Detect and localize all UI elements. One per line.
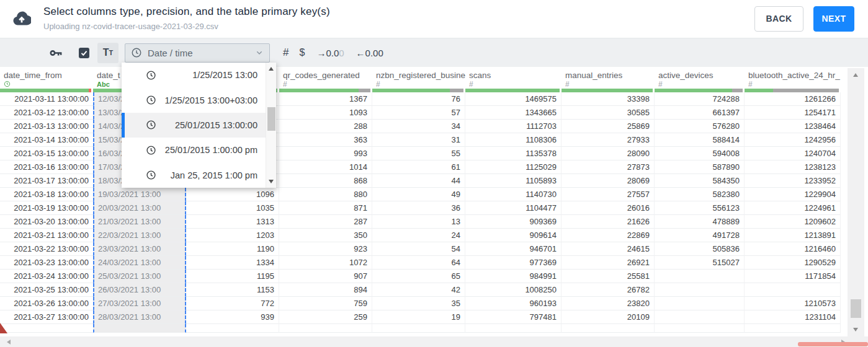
table-cell[interactable] [655,283,745,297]
decrease-decimals-button[interactable]: ←0.00 [356,48,383,58]
table-cell[interactable]: 21/03/2021 13:00 [93,215,186,229]
table-cell[interactable]: 65 [372,270,465,283]
table-cell[interactable]: 13 [372,215,465,229]
table-cell[interactable]: 1140730 [465,188,562,201]
table-cell[interactable]: 2021-03-22 13:00:00 [0,242,93,256]
table-cell[interactable]: 2021-03-16 13:00:00 [0,160,93,174]
table-cell[interactable]: 1190 [186,242,279,256]
table-cell[interactable]: 1233952 [745,174,841,188]
table-cell[interactable]: 491728 [655,229,745,242]
table-cell[interactable]: 584350 [655,174,745,188]
table-cell[interactable]: 259 [279,310,372,324]
table-cell[interactable]: 1254171 [745,106,841,120]
table-cell[interactable]: 1195 [186,270,279,283]
table-cell[interactable]: 1213891 [745,229,841,242]
table-cell[interactable]: 478889 [655,215,745,229]
table-cell[interactable]: 31 [372,133,465,147]
table-cell[interactable]: 27/03/2021 13:00 [93,297,186,310]
table-cell[interactable]: 880 [279,188,372,201]
table-cell[interactable]: 49 [372,188,465,201]
table-cell[interactable]: 556123 [655,201,745,215]
table-cell[interactable]: 2021-03-15 13:00:00 [0,147,93,160]
table-cell[interactable]: 28/03/2021 13:00 [93,310,186,324]
column-header-active_devices[interactable]: active_devices# [655,67,745,92]
table-cell[interactable]: 977369 [465,256,562,270]
number-type-button[interactable]: # [283,46,289,59]
column-header-scans[interactable]: scans# [465,67,562,92]
table-cell[interactable]: 25869 [562,120,655,133]
table-cell[interactable]: 1035 [186,201,279,215]
table-cell[interactable] [655,270,745,283]
table-cell[interactable]: 587890 [655,160,745,174]
table-cell[interactable]: 724288 [655,92,745,106]
table-cell[interactable]: 1203 [186,229,279,242]
table-cell[interactable]: 661397 [655,106,745,120]
table-cell[interactable]: 2021-03-14 13:00:00 [0,133,93,147]
table-cell[interactable]: 868 [279,174,372,188]
table-cell[interactable]: 35 [372,297,465,310]
table-cell[interactable]: 1093 [279,106,372,120]
table-cell[interactable]: 759 [279,297,372,310]
table-cell[interactable]: 1261266 [745,92,841,106]
table-cell[interactable]: 34 [372,120,465,133]
table-cell[interactable]: 26/03/2021 13:00 [93,283,186,297]
table-cell[interactable]: 1290529 [745,256,841,270]
table-cell[interactable]: 984991 [465,270,562,283]
table-cell[interactable]: 960193 [465,297,562,310]
table-cell[interactable]: 28090 [562,147,655,160]
table-cell[interactable]: 36 [372,201,465,215]
table-cell[interactable]: 25581 [562,270,655,283]
column-header-qr_codes_generated[interactable]: qr_codes_generated# [279,67,372,92]
table-horizontal-scrollbar[interactable] [0,336,868,347]
table-cell[interactable]: 1238464 [745,120,841,133]
table-vertical-scrollbar[interactable] [848,68,864,336]
table-cell[interactable]: 1210573 [745,297,841,310]
scroll-up-arrow-icon[interactable] [853,73,858,77]
table-cell[interactable]: 1135378 [465,147,562,160]
table-cell[interactable]: 1008250 [465,283,562,297]
dropdown-scrollbar-thumb[interactable] [267,107,275,131]
table-cell[interactable]: 22869 [562,229,655,242]
table-cell[interactable]: 2021-03-11 13:00:00 [0,92,93,106]
table-cell[interactable] [745,283,841,297]
table-cell[interactable]: 2021-03-18 13:00:00 [0,188,93,201]
column-header-date_time_from[interactable]: date_time_from [0,67,93,92]
table-cell[interactable]: 61 [372,160,465,174]
table-cell[interactable]: 2021-03-21 13:00:00 [0,229,93,242]
column-header-manual_entries[interactable]: manual_entries# [562,67,655,92]
currency-type-button[interactable]: $ [299,47,305,58]
table-cell[interactable]: 2021-03-23 13:00:00 [0,256,93,270]
table-cell[interactable]: 42 [372,283,465,297]
dropdown-option[interactable]: Jan 25, 2015 1:00 pm [122,163,266,188]
table-cell[interactable]: 19/03/2021 13:00 [93,188,186,201]
table-cell[interactable]: 21626 [562,215,655,229]
table-cell[interactable]: 26016 [562,201,655,215]
table-cell[interactable] [655,310,745,324]
table-cell[interactable]: 20109 [562,310,655,324]
table-cell[interactable]: 23/03/2021 13:00 [93,242,186,256]
table-cell[interactable]: 27873 [562,160,655,174]
table-cell[interactable]: 24/03/2021 13:00 [93,256,186,270]
table-cell[interactable]: 2021-03-17 13:00:00 [0,174,93,188]
table-cell[interactable]: 894 [279,283,372,297]
table-cell[interactable]: 2021-03-12 13:00:00 [0,106,93,120]
scroll-left-arrow-icon[interactable] [7,340,11,345]
table-cell[interactable]: 1240704 [745,147,841,160]
table-cell[interactable]: 1125029 [465,160,562,174]
column-header-nzbn_registered_busine[interactable]: nzbn_registered_busine# [372,67,465,92]
table-cell[interactable]: 1242956 [745,133,841,147]
table-cell[interactable]: 2021-03-20 13:00:00 [0,215,93,229]
table-cell[interactable]: 909614 [465,229,562,242]
table-cell[interactable]: 1469575 [465,92,562,106]
dropdown-option[interactable]: 25/01/2015 1:00:00 pm [122,138,266,162]
table-cell[interactable]: 1343665 [465,106,562,120]
table-cell[interactable]: 939 [186,310,279,324]
scroll-up-arrow-icon[interactable] [269,67,274,71]
table-cell[interactable] [655,297,745,310]
table-cell[interactable]: 515027 [655,256,745,270]
vertical-scrollbar-thumb[interactable] [851,299,861,318]
table-cell[interactable]: 1216460 [745,242,841,256]
table-cell[interactable]: 1231104 [745,310,841,324]
primary-key-icon[interactable] [49,46,63,60]
table-cell[interactable]: 1104477 [465,201,562,215]
